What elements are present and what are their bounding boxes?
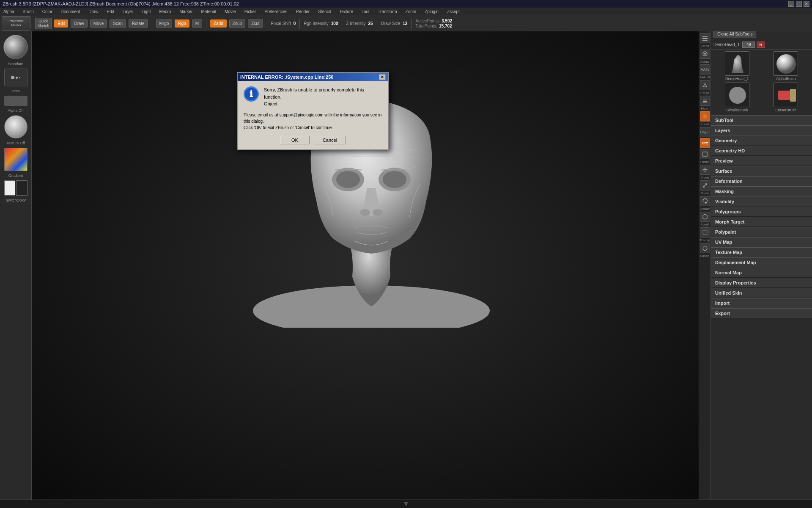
zadd-btn[interactable]: Zadd [210, 19, 227, 28]
close-btn[interactable]: ✕ [804, 1, 809, 7]
floor-icon[interactable] [700, 96, 710, 106]
menu-draw[interactable]: Draw [87, 8, 100, 15]
menu-material[interactable]: Material [199, 8, 218, 15]
section-preview[interactable]: Preview [711, 156, 812, 166]
aahalf-icon[interactable]: AA½ [700, 64, 710, 75]
menu-brush[interactable]: Brush [21, 8, 36, 15]
actual-icon[interactable] [700, 49, 710, 59]
texture-circle[interactable] [4, 115, 27, 138]
polyf-icon[interactable] [700, 212, 710, 222]
dots-label: Dots [12, 89, 20, 93]
menu-alpha[interactable]: Alpha [2, 8, 16, 15]
switch-swatch[interactable] [4, 180, 27, 196]
lasso-icon[interactable] [700, 243, 710, 253]
menu-movie[interactable]: Movie [223, 8, 238, 15]
menu-layer[interactable]: Layer [121, 8, 135, 15]
maximize-btn[interactable]: □ [796, 1, 802, 7]
mrgb-btn[interactable]: Mrgb [156, 19, 173, 28]
draw-btn[interactable]: Draw [71, 19, 87, 28]
r-btn[interactable]: R [757, 41, 765, 48]
menu-tool[interactable]: Tool [360, 8, 371, 15]
section-geometry[interactable]: Geometry [711, 135, 812, 146]
scan-btn[interactable]: Scan [110, 19, 126, 28]
gradient-swatch[interactable] [4, 148, 27, 171]
menu-render[interactable]: Render [294, 8, 311, 15]
menu-picker[interactable]: Picker [243, 8, 258, 15]
section-unified-skin[interactable]: Unified Skin [711, 288, 812, 298]
section-uv-map[interactable]: UV Map [711, 237, 812, 247]
section-subtool[interactable]: SubTool [711, 115, 812, 125]
menu-transform[interactable]: Transform [376, 8, 398, 15]
error-ok-btn[interactable]: OK [280, 136, 310, 144]
transp-icon[interactable] [700, 227, 710, 237]
section-normal-map[interactable]: Normal Map [711, 268, 812, 278]
projection-master-btn[interactable]: ProjectionMaster [2, 16, 30, 30]
scroll-icon[interactable] [700, 33, 710, 43]
menu-color[interactable]: Color [41, 8, 54, 15]
switch-black[interactable] [16, 180, 27, 196]
menu-document[interactable]: Document [59, 8, 82, 15]
menu-zoom[interactable]: Zoom [404, 8, 418, 15]
lgym-icon[interactable]: LGym [700, 127, 710, 137]
section-polypaint[interactable]: Polypaint [711, 227, 812, 237]
section-morph-target[interactable]: Morph Target [711, 217, 812, 227]
dot3 [19, 77, 20, 78]
scale-icon[interactable] [700, 180, 710, 190]
tool-thumb-4[interactable]: EraserBrush [763, 83, 810, 112]
thumb-simple-svg [725, 83, 749, 107]
section-displacement-map[interactable]: Displacement Map [711, 257, 812, 268]
error-footer-line2: Click 'OK' to exit ZBrush or 'Cancel' to… [244, 124, 382, 131]
section-geometry-hd[interactable]: Geometry HD [711, 146, 812, 156]
brush-preview[interactable] [3, 35, 28, 59]
menu-zplugin[interactable]: Zplugin [423, 8, 440, 15]
menu-stencil[interactable]: Stencil [316, 8, 332, 15]
menu-macro[interactable]: Macro [157, 8, 173, 15]
section-display-properties[interactable]: Display Properties [711, 278, 812, 288]
tool-thumb-2[interactable]: AlphaBrush [763, 51, 810, 81]
menu-marker[interactable]: Marker [178, 8, 194, 15]
demohead-value[interactable]: 48 [742, 41, 755, 48]
switch-label: SwitchColor [5, 198, 26, 202]
error-title-text: INTERNAL ERROR: .\System.cpp Line:250 [240, 75, 333, 80]
move-icon[interactable] [700, 165, 710, 175]
rgb-btn[interactable]: Rgb [175, 19, 189, 28]
m-btn[interactable]: M [192, 19, 202, 28]
section-texture-map[interactable]: Texture Map [711, 247, 812, 257]
dots-brush[interactable] [4, 69, 27, 86]
menu-zscript[interactable]: Zscript [445, 8, 461, 15]
section-import[interactable]: Import [711, 298, 812, 308]
xyz-icon[interactable]: XYZ [700, 138, 710, 148]
local-icon[interactable] [700, 111, 710, 121]
menu-edit[interactable]: Edit [105, 8, 116, 15]
zcut-btn[interactable]: Zcut [248, 19, 263, 28]
rotate-icon[interactable] [700, 196, 710, 206]
quick-sketch-btn[interactable]: QuickSketch [35, 18, 52, 30]
section-masking[interactable]: Masking [711, 186, 812, 196]
menu-texture[interactable]: Texture [337, 8, 355, 15]
zsub-btn[interactable]: Zsub [229, 19, 245, 28]
section-polygroups[interactable]: Polygroups [711, 207, 812, 217]
frame-icon[interactable] [700, 149, 710, 159]
section-surface[interactable]: Surface [711, 166, 812, 176]
switch-white[interactable] [4, 180, 16, 196]
menu-light[interactable]: Light [140, 8, 153, 15]
thumb-img-1 [725, 51, 749, 76]
edit-btn[interactable]: Edit [54, 19, 68, 28]
menu-preferences[interactable]: Preferences [263, 8, 289, 15]
svg-point-30 [729, 87, 746, 104]
section-visibility[interactable]: Visibility [711, 196, 812, 207]
section-layers[interactable]: Layers [711, 125, 812, 135]
alpha-swatch[interactable] [4, 96, 27, 106]
title-bar-controls[interactable]: _ □ ✕ [788, 1, 809, 7]
gradient-label: Gradient [8, 174, 23, 178]
error-close-btn[interactable]: ✕ [379, 74, 386, 80]
move-btn[interactable]: Move [90, 19, 107, 28]
section-export[interactable]: Export [711, 308, 812, 318]
tool-thumb-3[interactable]: SimpleBrush [713, 83, 761, 112]
tool-thumb-1[interactable]: DemoHead_1 [713, 51, 761, 81]
persp-icon[interactable] [700, 80, 710, 90]
rotate-btn[interactable]: Rotate [129, 19, 148, 28]
error-cancel-btn[interactable]: Cancel [314, 136, 346, 144]
section-deformation[interactable]: Deformation [711, 176, 812, 186]
minimize-btn[interactable]: _ [788, 1, 794, 7]
